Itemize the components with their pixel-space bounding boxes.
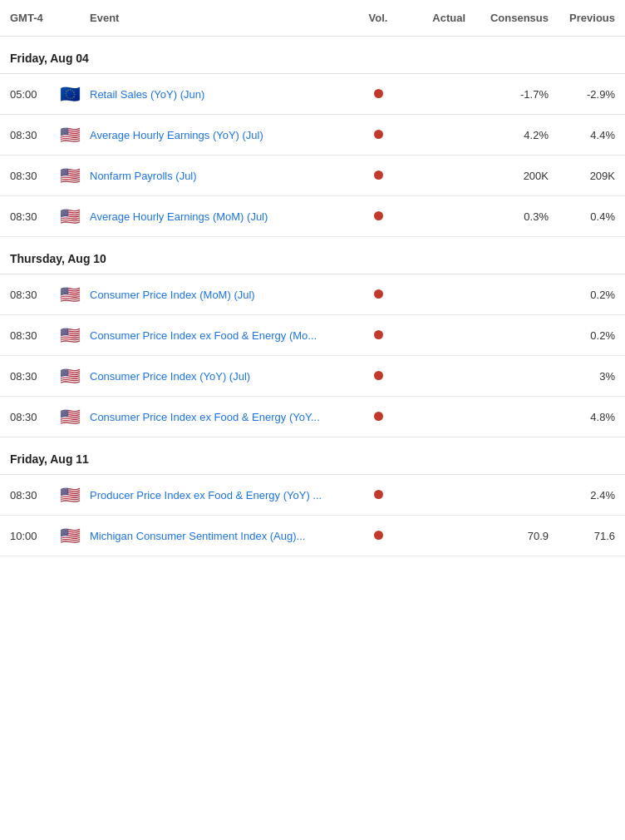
flag-us: 🇺🇸: [60, 327, 90, 343]
col-event-header: Event: [90, 12, 357, 24]
flag-us: 🇺🇸: [60, 368, 90, 384]
vol-indicator: [374, 412, 383, 421]
event-time: 08:30: [10, 289, 60, 301]
event-row: 08:30🇺🇸Average Hourly Earnings (YoY) (Ju…: [0, 115, 625, 156]
event-name[interactable]: Average Hourly Earnings (MoM) (Jul): [90, 210, 357, 223]
flag-us: 🇺🇸: [60, 527, 90, 544]
calendar-body: Friday, Aug 0405:00🇪🇺Retail Sales (YoY) …: [0, 37, 625, 556]
event-previous: 4.8%: [549, 411, 615, 423]
event-consensus: 200K: [465, 170, 549, 182]
event-previous: 71.6: [549, 530, 615, 542]
event-time: 08:30: [10, 329, 60, 342]
flag-us: 🇺🇸: [60, 167, 90, 184]
vol-indicator: [374, 371, 383, 380]
event-name[interactable]: Nonfarm Payrolls (Jul): [90, 170, 357, 182]
event-time: 08:30: [10, 170, 60, 182]
event-time: 08:30: [10, 210, 60, 223]
event-vol: [357, 210, 399, 223]
vol-indicator: [374, 211, 383, 220]
event-row: 10:00🇺🇸Michigan Consumer Sentiment Index…: [0, 516, 625, 556]
event-row: 08:30🇺🇸Consumer Price Index (YoY) (Jul)3…: [0, 356, 625, 397]
event-previous: 2.4%: [549, 489, 615, 502]
col-consensus-header: Consensus: [465, 12, 549, 24]
vol-indicator: [374, 330, 383, 339]
vol-indicator: [374, 170, 383, 180]
event-vol: [357, 489, 399, 502]
vol-indicator: [374, 130, 383, 139]
vol-indicator: [374, 531, 383, 540]
event-previous: 0.2%: [549, 289, 615, 301]
event-time: 08:30: [10, 411, 60, 423]
flag-us: 🇺🇸: [60, 208, 90, 225]
event-consensus: -1.7%: [465, 88, 549, 101]
event-previous: 0.2%: [549, 329, 615, 342]
event-consensus: 0.3%: [465, 210, 549, 223]
col-previous-header: Previous: [549, 12, 615, 24]
col-vol-header: Vol.: [357, 12, 399, 24]
event-row: 08:30🇺🇸Consumer Price Index ex Food & En…: [0, 397, 625, 437]
event-vol: [357, 530, 399, 542]
event-row: 08:30🇺🇸Consumer Price Index (MoM) (Jul)0…: [0, 274, 625, 315]
vol-indicator: [374, 89, 383, 98]
vol-indicator: [374, 289, 383, 299]
event-vol: [357, 129, 399, 141]
event-name[interactable]: Average Hourly Earnings (YoY) (Jul): [90, 129, 357, 141]
event-previous: 0.4%: [549, 210, 615, 223]
event-time: 05:00: [10, 88, 60, 101]
event-previous: 4.4%: [549, 129, 615, 141]
header-row: GMT-4 Event Vol. Actual Consensus Previo…: [0, 0, 625, 37]
event-vol: [357, 329, 399, 342]
event-time: 08:30: [10, 129, 60, 141]
event-name[interactable]: Consumer Price Index ex Food & Energy (Y…: [90, 411, 357, 423]
event-consensus: 4.2%: [465, 129, 549, 141]
event-vol: [357, 170, 399, 182]
event-previous: -2.9%: [549, 88, 615, 101]
event-row: 08:30🇺🇸Average Hourly Earnings (MoM) (Ju…: [0, 196, 625, 237]
flag-us: 🇺🇸: [60, 487, 90, 503]
day-header-1: Thursday, Aug 10: [0, 237, 625, 274]
vol-indicator: [374, 490, 383, 499]
day-header-0: Friday, Aug 04: [0, 37, 625, 74]
event-previous: 209K: [549, 170, 615, 182]
event-time: 10:00: [10, 530, 60, 542]
flag-us: 🇺🇸: [60, 126, 90, 143]
event-name[interactable]: Michigan Consumer Sentiment Index (Aug).…: [90, 530, 357, 542]
flag-eu: 🇪🇺: [60, 86, 90, 102]
event-name[interactable]: Consumer Price Index ex Food & Energy (M…: [90, 329, 357, 342]
col-timezone: GMT-4: [10, 12, 60, 24]
event-name[interactable]: Producer Price Index ex Food & Energy (Y…: [90, 489, 357, 502]
flag-us: 🇺🇸: [60, 286, 90, 303]
event-time: 08:30: [10, 489, 60, 502]
event-vol: [357, 289, 399, 301]
event-time: 08:30: [10, 370, 60, 383]
event-row: 05:00🇪🇺Retail Sales (YoY) (Jun)-1.7%-2.9…: [0, 74, 625, 115]
col-actual-header: Actual: [399, 12, 465, 24]
day-header-2: Friday, Aug 11: [0, 437, 625, 475]
event-vol: [357, 88, 399, 101]
event-consensus: 70.9: [465, 530, 549, 542]
event-name[interactable]: Consumer Price Index (MoM) (Jul): [90, 289, 357, 301]
event-vol: [357, 411, 399, 423]
event-row: 08:30🇺🇸Consumer Price Index ex Food & En…: [0, 315, 625, 356]
event-name[interactable]: Consumer Price Index (YoY) (Jul): [90, 370, 357, 383]
flag-us: 🇺🇸: [60, 408, 90, 425]
event-row: 08:30🇺🇸Nonfarm Payrolls (Jul)200K209K: [0, 156, 625, 196]
event-name[interactable]: Retail Sales (YoY) (Jun): [90, 88, 357, 101]
event-previous: 3%: [549, 370, 615, 383]
event-row: 08:30🇺🇸Producer Price Index ex Food & En…: [0, 475, 625, 516]
event-vol: [357, 370, 399, 383]
